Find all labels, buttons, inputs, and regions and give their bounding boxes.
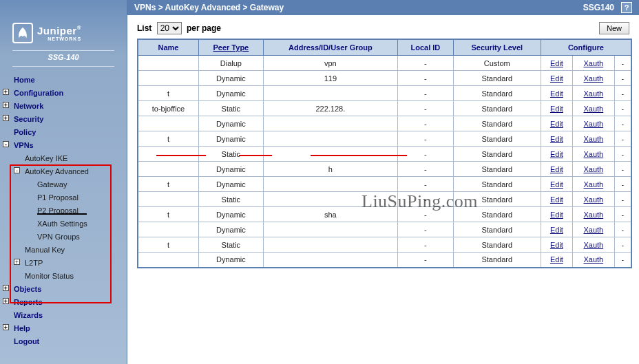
sidebar: Juniper® NETWORKS SSG-140 Home +Configur… xyxy=(0,0,127,364)
table-row: t Dynamicsha-StandardEditXauth- xyxy=(138,207,631,222)
nav-objects[interactable]: +Objects xyxy=(0,283,127,296)
cell-dash: - xyxy=(614,147,631,162)
cell-address xyxy=(263,116,397,131)
nav-autokey-ike[interactable]: AutoKey IKE xyxy=(0,152,127,165)
xauth-link[interactable]: Xauth xyxy=(583,89,603,98)
cell-peer: Static xyxy=(198,101,263,116)
xauth-link[interactable]: Xauth xyxy=(583,255,603,264)
cell-xauth: Xauth xyxy=(573,253,615,268)
nav-l2tp[interactable]: +L2TP xyxy=(0,257,127,270)
xauth-link[interactable]: Xauth xyxy=(583,74,603,83)
cell-edit: Edit xyxy=(541,222,572,237)
xauth-link[interactable]: Xauth xyxy=(583,135,603,143)
xauth-link[interactable]: Xauth xyxy=(583,120,603,128)
edit-link[interactable]: Edit xyxy=(550,195,563,204)
xauth-link[interactable]: Xauth xyxy=(583,59,603,67)
cell-edit: Edit xyxy=(541,192,572,207)
nav-network[interactable]: +Network xyxy=(0,100,127,113)
cell-name xyxy=(138,56,198,71)
col-security-level: Security Level xyxy=(453,39,541,56)
cell-name: t xyxy=(138,177,198,192)
edit-link[interactable]: Edit xyxy=(550,226,563,234)
table-row: Dynamic -StandardEditXauth- xyxy=(138,253,631,268)
edit-link[interactable]: Edit xyxy=(550,59,563,67)
edit-link[interactable]: Edit xyxy=(550,211,563,219)
nav-policy[interactable]: Policy xyxy=(0,126,127,139)
nav-p2-proposal[interactable]: P2 Proposal xyxy=(0,204,127,217)
cell-name: t xyxy=(138,131,198,147)
nav-logout[interactable]: Logout xyxy=(0,335,127,348)
cell-address: 222.128. xyxy=(263,101,397,116)
cell-security: Standard xyxy=(453,222,541,237)
edit-link[interactable]: Edit xyxy=(550,89,563,98)
edit-link[interactable]: Edit xyxy=(550,74,563,83)
nav-vpns[interactable]: -VPNs xyxy=(0,139,127,152)
help-icon[interactable]: ? xyxy=(621,2,632,13)
nav-vpn-groups[interactable]: VPN Groups xyxy=(0,231,127,244)
edit-link[interactable]: Edit xyxy=(550,241,563,249)
cell-edit: Edit xyxy=(541,101,572,116)
edit-link[interactable]: Edit xyxy=(550,255,563,264)
cell-peer: Dynamic xyxy=(198,222,263,237)
edit-link[interactable]: Edit xyxy=(550,150,563,158)
table-row: Dynamic -StandardEditXauth- xyxy=(138,222,631,237)
col-local-id: Local ID xyxy=(397,39,453,56)
nav-security[interactable]: +Security xyxy=(0,113,127,126)
edit-link[interactable]: Edit xyxy=(550,120,563,128)
cell-dash: - xyxy=(614,237,631,253)
xauth-link[interactable]: Xauth xyxy=(583,105,603,113)
nav-configuration[interactable]: +Configuration xyxy=(0,87,127,100)
nav-manual-key[interactable]: Manual Key xyxy=(0,244,127,257)
xauth-link[interactable]: Xauth xyxy=(583,226,603,234)
nav-autokey-advanced[interactable]: -AutoKey Advanced xyxy=(0,165,127,178)
per-page-select[interactable]: 20 xyxy=(157,22,182,34)
xauth-link[interactable]: Xauth xyxy=(583,211,603,219)
cell-dash: - xyxy=(614,192,631,207)
table-row: t Dynamic -StandardEditXauth- xyxy=(138,177,631,192)
edit-link[interactable]: Edit xyxy=(550,165,563,173)
nav-monitor-status[interactable]: Monitor Status xyxy=(0,270,127,283)
new-button[interactable]: New xyxy=(599,22,629,34)
cell-edit: Edit xyxy=(541,116,572,131)
cell-local: - xyxy=(397,86,453,101)
minus-icon[interactable]: - xyxy=(14,167,20,173)
cell-name: t xyxy=(138,237,198,253)
xauth-link[interactable]: Xauth xyxy=(583,241,603,249)
cell-local: - xyxy=(397,131,453,147)
cell-name xyxy=(138,162,198,177)
plus-icon[interactable]: + xyxy=(3,102,9,108)
cell-dash: - xyxy=(614,101,631,116)
cell-peer: Dynamic xyxy=(198,162,263,177)
edit-link[interactable]: Edit xyxy=(550,135,563,143)
edit-link[interactable]: Edit xyxy=(550,105,563,113)
nav-xauth-settings[interactable]: XAuth Settings xyxy=(0,217,127,231)
cell-security: Standard xyxy=(453,192,541,207)
nav-tree: Home +Configuration +Network +Security P… xyxy=(0,74,127,348)
nav-gateway[interactable]: Gateway xyxy=(0,178,127,191)
nav-home[interactable]: Home xyxy=(0,74,127,87)
nav-wizards[interactable]: Wizards xyxy=(0,309,127,322)
plus-icon[interactable]: + xyxy=(3,115,9,121)
minus-icon[interactable]: - xyxy=(3,141,9,147)
xauth-link[interactable]: Xauth xyxy=(583,165,603,173)
plus-icon[interactable]: + xyxy=(3,324,9,330)
nav-p1-proposal[interactable]: P1 Proposal xyxy=(0,191,127,204)
table-row: Dynamich-StandardEditXauth- xyxy=(138,162,631,177)
cell-edit: Edit xyxy=(541,253,572,268)
col-peer-type[interactable]: Peer Type xyxy=(198,39,263,56)
cell-dash: - xyxy=(614,56,631,71)
cell-name: t xyxy=(138,86,198,101)
plus-icon[interactable]: + xyxy=(14,259,20,265)
xauth-link[interactable]: Xauth xyxy=(583,150,603,158)
cell-xauth: Xauth xyxy=(573,192,615,207)
plus-icon[interactable]: + xyxy=(3,89,9,95)
cell-name xyxy=(138,147,198,162)
edit-link[interactable]: Edit xyxy=(550,180,563,189)
plus-icon[interactable]: + xyxy=(3,298,9,304)
xauth-link[interactable]: Xauth xyxy=(583,195,603,204)
cell-dash: - xyxy=(614,131,631,147)
xauth-link[interactable]: Xauth xyxy=(583,180,603,189)
nav-help[interactable]: +Help xyxy=(0,322,127,335)
plus-icon[interactable]: + xyxy=(3,285,9,291)
nav-reports[interactable]: +Reports xyxy=(0,296,127,309)
